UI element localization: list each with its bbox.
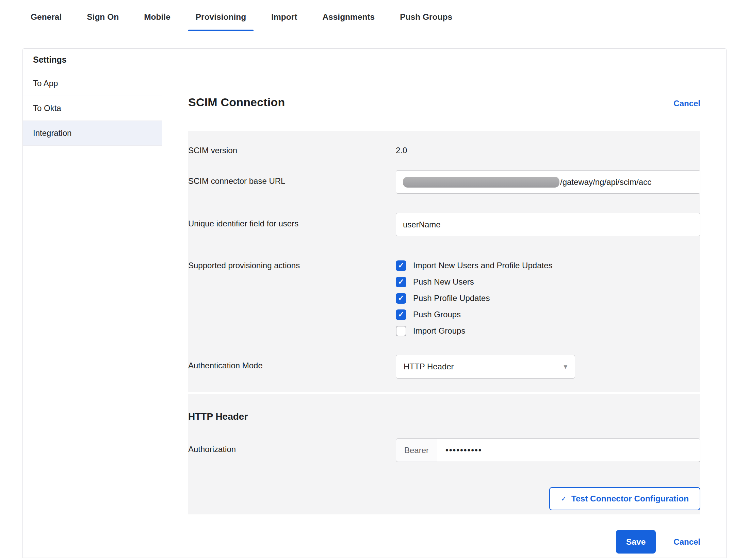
- tab[interactable]: Import: [264, 10, 305, 31]
- provisioning-card: Settings To AppTo OktaIntegration SCIM C…: [22, 48, 727, 558]
- sidebar-items: To AppTo OktaIntegration: [23, 71, 162, 146]
- bearer-prefix: Bearer: [396, 438, 437, 462]
- app-tab-bar: GeneralSign OnMobileProvisioningImportAs…: [0, 0, 749, 31]
- checkbox-label: Push Profile Updates: [413, 293, 490, 303]
- unique-id-label: Unique identifier field for users: [188, 213, 396, 228]
- cancel-link-bottom[interactable]: Cancel: [673, 537, 700, 547]
- checkbox-icon[interactable]: ✓: [396, 309, 406, 320]
- auth-mode-label: Authentication Mode: [188, 355, 396, 370]
- scim-version-value: 2.0: [396, 140, 700, 155]
- checkbox-label: Push New Users: [413, 277, 474, 287]
- provisioning-action-checkbox-row[interactable]: ✓ Push Profile Updates: [396, 290, 700, 306]
- provisioning-action-checkbox-row[interactable]: ✓ Push New Users: [396, 274, 700, 290]
- save-button[interactable]: Save: [616, 530, 656, 554]
- checkbox-icon[interactable]: ✓: [396, 326, 406, 336]
- base-url-visible-suffix: /gateway/ng/api/scim/acc: [560, 177, 651, 187]
- checkbox-icon[interactable]: ✓: [396, 277, 406, 287]
- provisioning-action-checkbox-row[interactable]: ✓ Push Groups: [396, 306, 700, 323]
- scim-version-label: SCIM version: [188, 140, 396, 155]
- tab[interactable]: Provisioning: [188, 10, 254, 31]
- tab[interactable]: Assignments: [315, 10, 382, 31]
- base-url-label: SCIM connector base URL: [188, 170, 396, 186]
- checkbox-icon[interactable]: ✓: [396, 293, 406, 304]
- tab[interactable]: General: [23, 10, 69, 31]
- test-connector-label: Test Connector Configuration: [571, 494, 689, 503]
- bearer-token-input[interactable]: [437, 438, 700, 462]
- checkmark-icon: ✓: [561, 495, 567, 503]
- checkbox-icon[interactable]: ✓: [396, 260, 406, 271]
- chevron-down-icon: ▾: [564, 363, 567, 371]
- checkbox-label: Import Groups: [413, 326, 465, 336]
- scim-base-url-input[interactable]: https:// /gateway/ng/api/scim/acc: [396, 170, 700, 194]
- sidebar-item[interactable]: To App: [23, 71, 162, 96]
- test-connector-configuration-button[interactable]: ✓ Test Connector Configuration: [549, 487, 700, 510]
- form-footer: Save Cancel: [188, 530, 700, 554]
- page-title: SCIM Connection: [188, 96, 285, 109]
- scim-connection-main: SCIM Connection Cancel SCIM version 2.0 …: [162, 49, 726, 558]
- auth-mode-selected-value: HTTP Header: [404, 362, 454, 371]
- provisioning-actions-list: ✓ Import New Users and Profile Updates ✓…: [396, 257, 700, 339]
- sidebar-title: Settings: [23, 49, 162, 71]
- sidebar-item[interactable]: To Okta: [23, 96, 162, 121]
- http-header-section-title: HTTP Header: [188, 411, 700, 422]
- redacted-url-segment: https://: [403, 176, 560, 189]
- sidebar-item[interactable]: Integration: [23, 121, 162, 146]
- tab[interactable]: Sign On: [79, 10, 126, 31]
- scim-settings-panel: SCIM version 2.0 SCIM connector base URL…: [188, 131, 700, 392]
- auth-mode-select[interactable]: HTTP Header ▾: [396, 355, 575, 379]
- provisioning-action-checkbox-row[interactable]: ✓ Import Groups: [396, 323, 700, 339]
- unique-id-input[interactable]: [396, 213, 700, 236]
- tab[interactable]: Mobile: [136, 10, 178, 31]
- tab[interactable]: Push Groups: [392, 10, 460, 31]
- checkbox-label: Push Groups: [413, 310, 461, 319]
- checkbox-label: Import New Users and Profile Updates: [413, 261, 553, 270]
- provisioning-actions-label: Supported provisioning actions: [188, 257, 396, 270]
- cancel-link-top[interactable]: Cancel: [673, 99, 700, 108]
- http-header-panel: HTTP Header Authorization Bearer ✓ Test …: [188, 394, 700, 514]
- provisioning-action-checkbox-row[interactable]: ✓ Import New Users and Profile Updates: [396, 257, 700, 274]
- settings-sidebar: Settings To AppTo OktaIntegration: [23, 49, 162, 558]
- authorization-label: Authorization: [188, 438, 396, 454]
